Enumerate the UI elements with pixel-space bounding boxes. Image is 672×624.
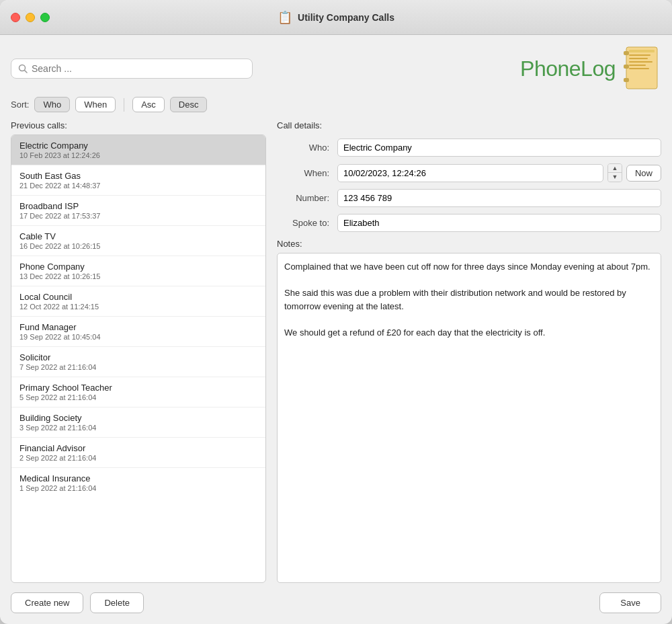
stepper-down-button[interactable]: ▼ bbox=[608, 173, 622, 182]
call-name: Medical Insurance bbox=[19, 473, 257, 483]
who-row: Who: bbox=[277, 139, 661, 157]
list-item[interactable]: Cable TV16 Dec 2022 at 10:26:15 bbox=[11, 226, 265, 256]
spoke-to-input[interactable] bbox=[337, 214, 661, 232]
stepper-up-button[interactable]: ▲ bbox=[608, 164, 622, 173]
delete-button[interactable]: Delete bbox=[90, 592, 144, 613]
call-name: Local Council bbox=[19, 292, 257, 302]
call-name: Financial Advisor bbox=[19, 443, 257, 453]
when-label: When: bbox=[277, 168, 337, 178]
svg-rect-6 bbox=[629, 61, 653, 63]
list-item[interactable]: Local Council12 Oct 2022 at 11:24:15 bbox=[11, 286, 265, 317]
previous-calls-label: Previous calls: bbox=[11, 120, 266, 130]
call-name: Solicitor bbox=[19, 352, 257, 362]
call-date: 3 Sep 2022 at 21:16:04 bbox=[19, 424, 257, 432]
list-item[interactable]: Broadband ISP17 Dec 2022 at 17:53:37 bbox=[11, 196, 265, 226]
call-name: Phone Company bbox=[19, 262, 257, 272]
sort-who-button[interactable]: Who bbox=[34, 97, 70, 112]
save-button[interactable]: Save bbox=[599, 592, 661, 613]
calls-list[interactable]: Electric Company10 Feb 2023 at 12:24:26S… bbox=[11, 134, 266, 583]
call-name: South East Gas bbox=[19, 171, 257, 181]
window-title-text: Utility Company Calls bbox=[298, 12, 394, 23]
sort-when-button[interactable]: When bbox=[75, 97, 116, 112]
search-input[interactable] bbox=[32, 63, 245, 74]
who-input[interactable] bbox=[337, 139, 661, 157]
call-date: 1 Sep 2022 at 21:16:04 bbox=[19, 484, 257, 492]
spoke-to-row: Spoke to: bbox=[277, 214, 661, 232]
when-input[interactable] bbox=[337, 164, 603, 182]
bottom-bar: Create new Delete Save bbox=[11, 592, 661, 613]
svg-rect-10 bbox=[624, 65, 629, 69]
who-label: Who: bbox=[277, 143, 337, 153]
main-content: PhoneLog Sort: Who When bbox=[0, 35, 672, 624]
call-date: 10 Feb 2023 at 12:24:26 bbox=[19, 151, 257, 159]
logo-area: PhoneLog bbox=[520, 46, 661, 91]
sort-label: Sort: bbox=[11, 100, 29, 110]
logo-notebook-icon bbox=[624, 46, 661, 91]
call-date: 5 Sep 2022 at 21:16:04 bbox=[19, 393, 257, 401]
svg-rect-8 bbox=[629, 68, 649, 69]
call-name: Broadband ISP bbox=[19, 201, 257, 211]
call-date: 13 Dec 2022 at 10:26:15 bbox=[19, 272, 257, 280]
svg-line-1 bbox=[25, 71, 28, 73]
list-item[interactable]: Medical Insurance1 Sep 2022 at 21:16:04 bbox=[11, 468, 265, 498]
call-date: 12 Oct 2022 at 11:24:15 bbox=[19, 303, 257, 311]
list-item[interactable]: Primary School Teacher5 Sep 2022 at 21:1… bbox=[11, 377, 265, 407]
sort-desc-button[interactable]: Desc bbox=[170, 97, 208, 112]
list-item[interactable]: Financial Advisor2 Sep 2022 at 21:16:04 bbox=[11, 438, 265, 468]
call-name: Cable TV bbox=[19, 231, 257, 241]
list-item[interactable]: Electric Company10 Feb 2023 at 12:24:26 bbox=[11, 135, 265, 165]
call-name: Electric Company bbox=[19, 141, 257, 151]
now-button[interactable]: Now bbox=[626, 165, 661, 182]
search-container bbox=[11, 58, 253, 79]
list-item[interactable]: Building Society3 Sep 2022 at 21:16:04 bbox=[11, 407, 265, 438]
window-title: 📋 Utility Company Calls bbox=[278, 10, 394, 25]
svg-rect-5 bbox=[629, 58, 648, 59]
list-item[interactable]: Solicitor7 Sep 2022 at 21:16:04 bbox=[11, 347, 265, 377]
svg-rect-3 bbox=[629, 50, 655, 52]
left-panel: Previous calls: Electric Company10 Feb 2… bbox=[11, 120, 266, 583]
search-icon bbox=[18, 64, 28, 73]
svg-rect-7 bbox=[629, 65, 646, 66]
call-name: Fund Manager bbox=[19, 322, 257, 332]
close-button[interactable] bbox=[11, 13, 20, 22]
list-item[interactable]: Phone Company13 Dec 2022 at 10:26:15 bbox=[11, 256, 265, 286]
create-new-button[interactable]: Create new bbox=[11, 592, 83, 613]
titlebar: 📋 Utility Company Calls bbox=[0, 0, 672, 35]
spoke-to-label: Spoke to: bbox=[277, 218, 337, 228]
call-details-label: Call details: bbox=[277, 120, 661, 130]
number-label: Number: bbox=[277, 193, 337, 203]
number-input[interactable] bbox=[337, 189, 661, 207]
call-date: 19 Sep 2022 at 10:45:04 bbox=[19, 333, 257, 341]
svg-rect-9 bbox=[624, 51, 629, 55]
when-input-group: ▲ ▼ Now bbox=[337, 163, 661, 182]
notes-label: Notes: bbox=[277, 239, 661, 249]
when-row: When: ▲ ▼ Now bbox=[277, 163, 661, 182]
call-date: 16 Dec 2022 at 10:26:15 bbox=[19, 242, 257, 250]
when-stepper[interactable]: ▲ ▼ bbox=[607, 163, 622, 182]
svg-rect-11 bbox=[624, 78, 629, 82]
call-name: Primary School Teacher bbox=[19, 383, 257, 393]
app-logo-text: PhoneLog bbox=[520, 56, 616, 81]
sort-asc-button[interactable]: Asc bbox=[132, 97, 165, 112]
call-date: 7 Sep 2022 at 21:16:04 bbox=[19, 363, 257, 371]
call-name: Building Society bbox=[19, 413, 257, 423]
minimize-button[interactable] bbox=[26, 13, 35, 22]
list-item[interactable]: South East Gas21 Dec 2022 at 14:48:37 bbox=[11, 165, 265, 196]
call-date: 17 Dec 2022 at 17:53:37 bbox=[19, 212, 257, 220]
bottom-left-buttons: Create new Delete bbox=[11, 592, 144, 613]
list-item[interactable]: Fund Manager19 Sep 2022 at 10:45:04 bbox=[11, 317, 265, 347]
number-row: Number: bbox=[277, 189, 661, 207]
app-window: 📋 Utility Company Calls PhoneLog bbox=[0, 0, 672, 624]
call-date: 2 Sep 2022 at 21:16:04 bbox=[19, 454, 257, 462]
svg-rect-4 bbox=[629, 54, 650, 56]
maximize-button[interactable] bbox=[40, 13, 50, 22]
sort-divider bbox=[124, 98, 124, 112]
window-icon: 📋 bbox=[278, 10, 292, 25]
right-panel: Call details: Who: When: ▲ ▼ Now bbox=[277, 120, 661, 583]
notes-textarea[interactable] bbox=[277, 253, 661, 583]
call-date: 21 Dec 2022 at 14:48:37 bbox=[19, 182, 257, 190]
body-area: Previous calls: Electric Company10 Feb 2… bbox=[11, 120, 661, 583]
top-bar: PhoneLog bbox=[11, 46, 661, 91]
traffic-lights bbox=[11, 13, 50, 22]
sort-bar: Sort: Who When Asc Desc bbox=[11, 97, 661, 112]
